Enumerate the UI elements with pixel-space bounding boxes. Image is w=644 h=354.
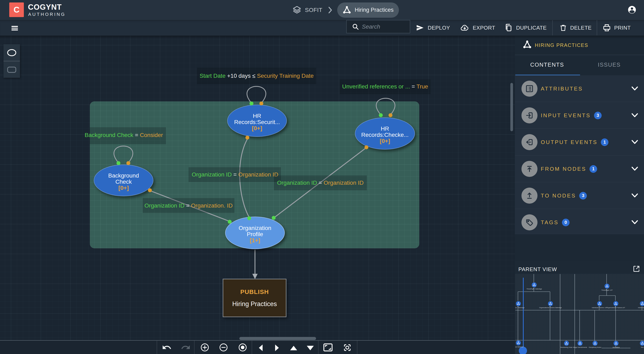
svg-text:Wage Garnishments: Wage Garnishments <box>573 346 587 348</box>
svg-text:Individual Fa: Individual Fa <box>638 307 644 308</box>
svg-text:Rec: Rec <box>641 346 644 348</box>
svg-text:Organizational Factors-UIT: Organizational Factors-UIT <box>606 307 625 308</box>
svg-text:ThreatType--UIT: ThreatType--UIT <box>601 289 612 291</box>
svg-text:listed Webmail: listed Webmail <box>515 346 524 348</box>
svg-text:Individual Factors--UIT: Individual Factors--UIT <box>592 307 608 308</box>
svg-text:Job Status: Job Status <box>612 346 620 348</box>
svg-text:Organizational Factors-Sabotag: Organizational Factors-Sabotage <box>539 307 562 308</box>
svg-text:ThreatType--Sabotage: ThreatType--Sabotage <box>526 288 542 290</box>
svg-text:Disciplinary Action: Disciplinary Action <box>589 346 602 348</box>
svg-text:Restraining Order: Restraining Order <box>560 346 573 348</box>
svg-text:lFactor--Sabotage: lFactor--Sabotage <box>515 307 524 308</box>
